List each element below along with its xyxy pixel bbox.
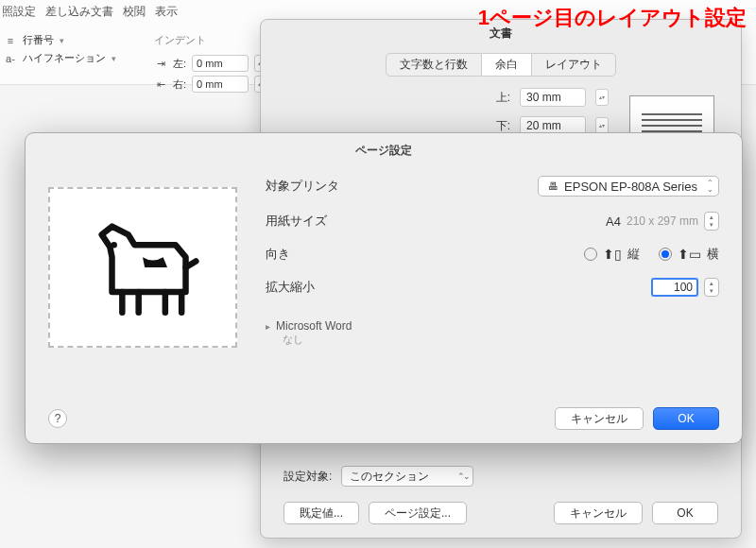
- apply-to-select[interactable]: このセクション: [341, 466, 473, 487]
- indent-group: インデント ⇥ 左: 0 mm ▴▾ ⇤ 右: 0 mm ▴▾: [154, 33, 267, 93]
- paper-size-stepper[interactable]: ▴▾: [704, 212, 719, 231]
- margin-top-input[interactable]: 30 mm: [520, 88, 586, 107]
- hyphenation-button[interactable]: ハイフネーション: [23, 51, 106, 65]
- landscape-icon: ⬆▭: [678, 247, 701, 262]
- dog-icon: [81, 206, 204, 329]
- printer-icon: 🖶: [548, 180, 558, 192]
- defaults-button[interactable]: 既定値...: [284, 502, 359, 524]
- page-setup-dialog: ページ設定 対象プ: [25, 132, 743, 444]
- page-thumbnail: [48, 187, 237, 348]
- scale-input[interactable]: 100: [651, 278, 698, 297]
- page-setup-button[interactable]: ページ設定...: [369, 502, 467, 524]
- indent-group-label: インデント: [154, 33, 267, 47]
- doc-dialog-tabs: 文字数と行数 余白 レイアウト: [261, 53, 741, 77]
- indent-right-input[interactable]: 0 mm: [192, 76, 249, 93]
- doc-cancel-button[interactable]: キャンセル: [554, 502, 643, 524]
- tab-chars-lines[interactable]: 文字数と行数: [386, 53, 482, 77]
- ribbon-tab[interactable]: 照設定: [2, 4, 36, 20]
- indent-right-icon: ⇤: [154, 78, 167, 91]
- indent-left-icon: ⇥: [154, 58, 167, 70]
- printer-select[interactable]: 🖶 EPSON EP-808A Series: [538, 176, 719, 197]
- orientation-label: 向き: [266, 246, 351, 263]
- orientation-portrait-label: 縦: [627, 246, 640, 263]
- orientation-portrait-radio[interactable]: [584, 248, 597, 261]
- indent-right-label: 右:: [173, 77, 186, 92]
- paper-dimensions: 210 x 297 mm: [627, 214, 698, 228]
- annotation-overlay: 1ページ目のレイアウト設定: [478, 4, 747, 32]
- help-button[interactable]: ?: [48, 409, 67, 428]
- scale-stepper[interactable]: ▴▾: [704, 278, 719, 297]
- portrait-icon: ⬆▯: [603, 247, 622, 262]
- disclosure-msword[interactable]: ▸ Microsoft Word: [266, 319, 719, 333]
- orientation-landscape-radio[interactable]: [659, 248, 672, 261]
- apply-to-label: 設定対象:: [284, 469, 332, 485]
- svg-point-5: [111, 242, 117, 248]
- page-cancel-button[interactable]: キャンセル: [555, 407, 644, 430]
- page-setup-title: ページ設定: [26, 133, 742, 168]
- line-group: ≡行番号▾ a-ハイフネーション▾: [4, 33, 116, 93]
- disclosure-sub: なし: [283, 333, 719, 347]
- indent-left-label: 左:: [173, 57, 186, 71]
- chevron-right-icon: ▸: [266, 321, 270, 332]
- margin-top-stepper[interactable]: ▴▾: [595, 89, 609, 106]
- list-icon: ≡: [4, 35, 17, 46]
- margin-top-label: 上:: [482, 90, 510, 106]
- indent-left-input[interactable]: 0 mm: [192, 55, 249, 72]
- printer-value: EPSON EP-808A Series: [564, 180, 697, 194]
- paper-size-select[interactable]: A4: [606, 214, 621, 229]
- line-numbers-button[interactable]: 行番号: [23, 33, 54, 47]
- doc-ok-button[interactable]: OK: [652, 502, 718, 524]
- ribbon-tab[interactable]: 校閲: [123, 4, 146, 20]
- margin-bottom-label: 下:: [482, 118, 510, 134]
- paper-label: 用紙サイズ: [266, 213, 351, 230]
- ribbon-tab[interactable]: 表示: [155, 4, 178, 20]
- disclosure-title: Microsoft Word: [276, 319, 352, 333]
- scale-label: 拡大縮小: [266, 279, 351, 296]
- hyphen-icon: a-: [4, 53, 17, 64]
- ribbon-tab[interactable]: 差し込み文書: [45, 4, 113, 20]
- printer-label: 対象プリンタ: [266, 178, 351, 195]
- tab-layout[interactable]: レイアウト: [532, 53, 616, 77]
- orientation-landscape-label: 横: [707, 246, 719, 263]
- page-ok-button[interactable]: OK: [653, 407, 719, 430]
- tab-margins[interactable]: 余白: [482, 53, 532, 77]
